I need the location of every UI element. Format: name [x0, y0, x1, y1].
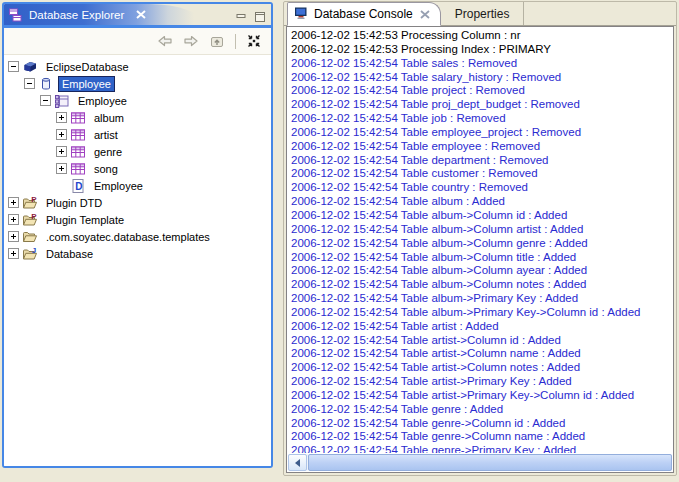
tree-expander-plus-icon[interactable]: [56, 112, 67, 123]
table-icon: [70, 144, 86, 160]
tab-properties[interactable]: Properties: [441, 2, 525, 25]
console-line: 2006-12-02 15:42:54 Table album->Column …: [291, 223, 672, 237]
console-line: 2006-12-02 15:42:54 Table album->Column …: [291, 209, 672, 223]
maximize-icon[interactable]: [255, 8, 266, 26]
tree-item-employee[interactable]: Employee: [4, 92, 271, 109]
tree-item-eclipsedatabase[interactable]: EclipseDatabase: [4, 58, 271, 75]
tree-expander-minus-icon[interactable]: [24, 78, 35, 89]
collapse-to-fit-icon[interactable]: [244, 33, 264, 49]
tab-close-icon[interactable]: [420, 10, 430, 19]
console-line: 2006-12-02 15:42:54 Table album->Primary…: [291, 292, 672, 306]
go-up-icon[interactable]: [207, 33, 227, 49]
tab-properties-label: Properties: [455, 7, 510, 21]
tree-expander-plus-icon[interactable]: [8, 214, 19, 225]
dtd-file-icon: D: [70, 178, 86, 194]
explorer-toolbar: [4, 28, 271, 55]
console-line: 2006-12-02 15:42:54 Table job : Removed: [291, 112, 672, 126]
console-line: 2006-12-02 15:42:54 Table artist->Column…: [291, 334, 672, 348]
tree-item-label: Plugin DTD: [42, 195, 106, 211]
back-icon[interactable]: [155, 33, 175, 49]
console-line: 2006-12-02 15:42:54 Table employee_proje…: [291, 126, 672, 140]
console-tabbar: Database Console Properties: [284, 2, 676, 26]
tree-item-com-soyatec-database-templates[interactable]: .com.soyatec.database.templates: [4, 228, 271, 245]
tree-item-employee[interactable]: DEmployee: [4, 177, 271, 194]
console-line: 2006-12-02 15:42:54 Table album->Column …: [291, 264, 672, 278]
console-line: 2006-12-02 15:42:54 Table album->Column …: [291, 237, 672, 251]
scrollbar-thumb[interactable]: [308, 454, 672, 471]
console-line: 2006-12-02 15:42:54 Table album->Column …: [291, 278, 672, 292]
console-view: Database Console Properties 2006-12-02 1…: [283, 1, 677, 476]
console-line: 2006-12-02 15:42:53 Processing Index : P…: [291, 43, 672, 57]
table-icon: [70, 127, 86, 143]
tree-expander-plus-icon[interactable]: [56, 129, 67, 140]
scroll-left-arrow-icon: [295, 459, 300, 467]
database-explorer-view: Database Explorer EclipseDatabaseEmploye…: [2, 2, 273, 468]
svg-text:D: D: [75, 180, 82, 191]
tree-item-employee[interactable]: Employee: [4, 75, 271, 92]
table-icon: [70, 161, 86, 177]
explorer-titlebar[interactable]: Database Explorer: [4, 4, 271, 28]
forward-icon[interactable]: [181, 33, 201, 49]
table-icon: [70, 110, 86, 126]
console-line: 2006-12-02 15:42:54 Table album->Column …: [291, 251, 672, 265]
tree-expander-minus-icon[interactable]: [40, 95, 51, 106]
console-monitor-icon: [293, 5, 309, 24]
tab-database-console[interactable]: Database Console: [287, 2, 441, 26]
tree-item-genre[interactable]: genre: [4, 143, 271, 160]
scroll-left-button[interactable]: [288, 454, 307, 471]
view-window-buttons: [236, 8, 266, 26]
folder-plugin-icon: P: [22, 195, 38, 211]
console-line: 2006-12-02 15:42:54 Table album : Added: [291, 195, 672, 209]
explorer-tree: EclipseDatabaseEmployeeEmployeealbumarti…: [4, 55, 271, 466]
tree-item-label: Employee: [90, 178, 147, 194]
tree-item-label: .com.soyatec.database.templates: [42, 229, 214, 245]
minimize-icon[interactable]: [236, 8, 247, 26]
console-line: 2006-12-02 15:42:54 Table employee : Rem…: [291, 140, 672, 154]
explorer-close-icon[interactable]: [136, 10, 146, 19]
tree-expander-plus-icon[interactable]: [8, 248, 19, 259]
console-line: 2006-12-02 15:42:54 Table album->Primary…: [291, 306, 672, 320]
console-line: 2006-12-02 15:42:54 Table department : R…: [291, 154, 672, 168]
database-explorer-icon: [8, 7, 24, 23]
console-log: 2006-12-02 15:42:53 Processing Column : …: [288, 28, 672, 453]
console-hscrollbar[interactable]: [288, 454, 672, 471]
svg-text:J: J: [32, 246, 36, 255]
tree-item-label: genre: [90, 144, 126, 160]
tree-item-label: EclipseDatabase: [42, 59, 133, 75]
tree-item-label: song: [90, 161, 122, 177]
console-line: 2006-12-02 15:42:54 Table artist->Column…: [291, 347, 672, 361]
tree-item-database[interactable]: JDatabase: [4, 245, 271, 262]
console-line: 2006-12-02 15:42:54 Table genre->Column …: [291, 417, 672, 431]
tree-expander-plus-icon[interactable]: [56, 163, 67, 174]
schema-icon: [54, 93, 70, 109]
console-line: 2006-12-02 15:42:54 Table artist->Primar…: [291, 375, 672, 389]
console-line: 2006-12-02 15:42:54 Table genre : Added: [291, 403, 672, 417]
tree-item-song[interactable]: song: [4, 160, 271, 177]
console-line: 2006-12-02 15:42:54 Table country : Remo…: [291, 181, 672, 195]
tree-item-plugin-dtd[interactable]: PPlugin DTD: [4, 194, 271, 211]
tree-item-plugin-template[interactable]: PPlugin Template: [4, 211, 271, 228]
console-line: 2006-12-02 15:42:54 Table sales : Remove…: [291, 57, 672, 71]
console-line: 2006-12-02 15:42:54 Table genre->Primary…: [291, 444, 672, 453]
console-output-area[interactable]: 2006-12-02 15:42:53 Processing Column : …: [286, 26, 674, 473]
eclipse-workbench: Database Explorer EclipseDatabaseEmploye…: [0, 0, 679, 482]
tree-item-album[interactable]: album: [4, 109, 271, 126]
folder-icon: [22, 229, 38, 245]
tree-item-label: artist: [90, 127, 122, 143]
tree-item-label: Employee: [58, 76, 115, 92]
console-line: 2006-12-02 15:42:54 Table artist->Primar…: [291, 389, 672, 403]
tree-expander-plus-icon[interactable]: [8, 231, 19, 242]
tree-expander-plus-icon[interactable]: [56, 146, 67, 157]
console-line: 2006-12-02 15:42:54 Table genre->Column …: [291, 430, 672, 444]
console-line: 2006-12-02 15:42:54 Table artist->Column…: [291, 361, 672, 375]
tree-item-artist[interactable]: artist: [4, 126, 271, 143]
svg-text:P: P: [31, 195, 37, 204]
tree-item-label: Database: [42, 246, 97, 262]
tree-expander-plus-icon[interactable]: [8, 197, 19, 208]
database-icon: [38, 76, 54, 92]
tree-item-label: Employee: [74, 93, 131, 109]
database-catalog-icon: [22, 59, 38, 75]
console-line: 2006-12-02 15:42:54 Table project : Remo…: [291, 84, 672, 98]
tree-expander-minus-icon[interactable]: [8, 61, 19, 72]
explorer-title-tab[interactable]: Database Explorer: [4, 4, 204, 25]
